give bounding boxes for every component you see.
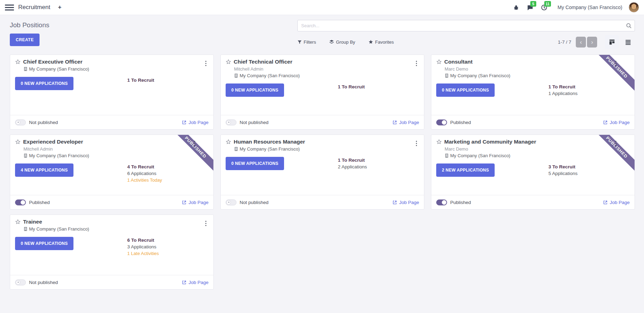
publish-status-label: Not published bbox=[240, 200, 269, 205]
new-applications-button[interactable]: 2 NEW APPLICATIONS bbox=[436, 163, 495, 177]
building-icon bbox=[23, 153, 28, 158]
company-name-text: My Company (San Francisco) bbox=[450, 153, 510, 158]
activities-count-badge: 11 bbox=[544, 1, 551, 7]
to-recruit-count[interactable]: 6 To Recruit bbox=[127, 238, 208, 243]
add-tab-button[interactable]: + bbox=[58, 4, 62, 11]
job-position-card[interactable]: PUBLISHED Experienced Developer Mitchell… bbox=[10, 134, 214, 210]
company-name-text: My Company (San Francisco) bbox=[29, 153, 89, 158]
new-applications-button[interactable]: 0 NEW APPLICATIONS bbox=[15, 237, 73, 250]
favorite-star-icon[interactable] bbox=[226, 59, 231, 65]
favorite-star-icon[interactable] bbox=[436, 139, 442, 145]
company-line: My Company (San Francisco) bbox=[445, 153, 630, 158]
manager-name: Marc Demo bbox=[445, 66, 630, 72]
job-page-link[interactable]: Job Page bbox=[392, 200, 419, 205]
job-page-link[interactable]: Job Page bbox=[182, 120, 208, 125]
applications-count[interactable]: 5 Applications bbox=[549, 171, 630, 176]
applications-count[interactable]: 3 Applications bbox=[127, 244, 208, 249]
new-applications-button[interactable]: 0 NEW APPLICATIONS bbox=[436, 83, 495, 97]
publish-toggle[interactable] bbox=[15, 119, 26, 125]
publish-toggle[interactable] bbox=[226, 199, 236, 205]
publish-toggle[interactable] bbox=[15, 199, 26, 205]
to-recruit-count[interactable]: 3 To Recruit bbox=[549, 164, 630, 169]
publish-status-label: Not published bbox=[29, 120, 58, 125]
job-position-card[interactable]: Trainee My Company (San Francisco) 0 NEW… bbox=[10, 214, 214, 290]
favorite-star-icon[interactable] bbox=[436, 59, 442, 65]
hamburger-menu-icon[interactable] bbox=[5, 3, 14, 12]
list-view-button[interactable] bbox=[621, 35, 635, 49]
job-position-card[interactable]: PUBLISHED Consultant Marc Demo My Compan… bbox=[431, 54, 635, 130]
new-applications-button[interactable]: 0 NEW APPLICATIONS bbox=[15, 77, 73, 90]
to-recruit-count[interactable]: 1 To Recruit bbox=[338, 84, 419, 89]
search-icon[interactable] bbox=[626, 23, 632, 30]
applications-count[interactable]: 6 Applications bbox=[127, 171, 208, 176]
new-applications-button[interactable]: 0 NEW APPLICATIONS bbox=[226, 157, 284, 170]
card-kebab-menu-icon[interactable] bbox=[203, 219, 209, 228]
create-button[interactable]: CREATE bbox=[10, 34, 40, 46]
favorite-star-icon[interactable] bbox=[15, 139, 21, 145]
publish-toggle[interactable] bbox=[436, 199, 447, 205]
job-page-link[interactable]: Job Page bbox=[392, 120, 419, 125]
company-name-text: My Company (San Francisco) bbox=[450, 73, 510, 78]
job-page-link[interactable]: Job Page bbox=[182, 200, 208, 205]
bug-icon bbox=[513, 5, 519, 10]
pager-prev-button[interactable]: ‹ bbox=[576, 37, 586, 48]
company-line: My Company (San Francisco) bbox=[23, 226, 208, 232]
building-icon bbox=[234, 147, 238, 151]
filters-button[interactable]: Filters bbox=[297, 39, 316, 45]
to-recruit-count[interactable]: 1 To Recruit bbox=[549, 84, 630, 89]
card-kebab-menu-icon[interactable] bbox=[203, 59, 209, 68]
job-position-card[interactable]: Chief Technical Officer Mitchell Admin M… bbox=[220, 54, 424, 130]
external-link-icon bbox=[182, 200, 186, 205]
company-name-text: My Company (San Francisco) bbox=[29, 66, 89, 72]
search-input[interactable] bbox=[297, 20, 635, 31]
activity-status[interactable]: 1 Activities Today bbox=[127, 177, 208, 183]
user-avatar[interactable] bbox=[629, 2, 639, 13]
to-recruit-count[interactable]: 1 To Recruit bbox=[127, 78, 208, 83]
new-applications-button[interactable]: 0 NEW APPLICATIONS bbox=[226, 83, 284, 97]
kanban-view-icon bbox=[609, 39, 615, 45]
new-applications-button[interactable]: 4 NEW APPLICATIONS bbox=[15, 163, 73, 177]
company-name-text: My Company (San Francisco) bbox=[240, 146, 300, 152]
publish-toggle[interactable] bbox=[226, 119, 236, 125]
favorites-button[interactable]: Favorites bbox=[368, 39, 394, 45]
favorite-star-icon[interactable] bbox=[226, 139, 231, 145]
layers-icon bbox=[329, 39, 334, 44]
job-page-link[interactable]: Job Page bbox=[603, 200, 630, 205]
job-position-card[interactable]: PUBLISHED Marketing and Community Manage… bbox=[431, 134, 635, 210]
activity-status[interactable]: 1 Late Activities bbox=[127, 251, 208, 256]
applications-count[interactable]: 1 Applications bbox=[549, 91, 630, 96]
card-kebab-menu-icon[interactable] bbox=[613, 59, 619, 68]
app-title[interactable]: Recruitment bbox=[18, 4, 50, 11]
messages-count-badge: 5 bbox=[530, 1, 536, 7]
card-footer: Published Job Page bbox=[431, 195, 635, 209]
job-position-card[interactable]: Chief Executive Officer My Company (San … bbox=[10, 54, 214, 130]
publish-toggle[interactable] bbox=[15, 279, 26, 285]
card-kebab-menu-icon[interactable] bbox=[613, 139, 619, 148]
job-position-card[interactable]: Human Resources Manager My Company (San … bbox=[220, 134, 424, 210]
debug-bug-icon[interactable] bbox=[511, 2, 522, 13]
publish-toggle[interactable] bbox=[436, 119, 447, 125]
building-icon bbox=[445, 73, 449, 78]
group-by-button[interactable]: Group By bbox=[329, 39, 355, 45]
job-page-link[interactable]: Job Page bbox=[182, 280, 208, 285]
pager-next-button[interactable]: › bbox=[587, 37, 597, 48]
to-recruit-count[interactable]: 4 To Recruit bbox=[127, 164, 208, 169]
company-switcher[interactable]: My Company (San Francisco) bbox=[558, 5, 622, 10]
building-icon bbox=[23, 227, 28, 231]
external-link-icon bbox=[392, 200, 397, 205]
job-page-link[interactable]: Job Page bbox=[603, 120, 630, 125]
favorite-star-icon[interactable] bbox=[15, 219, 21, 225]
kanban-view-button[interactable] bbox=[605, 35, 619, 49]
card-kebab-menu-icon[interactable] bbox=[414, 139, 419, 148]
applications-count[interactable]: 2 Applications bbox=[338, 164, 419, 169]
messages-button[interactable]: 5 bbox=[525, 2, 536, 13]
card-footer: Not published Job Page bbox=[221, 195, 424, 209]
favorite-star-icon[interactable] bbox=[15, 59, 21, 65]
activities-button[interactable]: 11 bbox=[539, 2, 550, 13]
job-positions-kanban: Chief Executive Officer My Company (San … bbox=[0, 52, 644, 290]
job-position-title: Chief Executive Officer bbox=[23, 59, 83, 65]
to-recruit-count[interactable]: 1 To Recruit bbox=[338, 158, 419, 163]
job-position-title: Human Resources Manager bbox=[234, 139, 305, 145]
card-kebab-menu-icon[interactable] bbox=[192, 139, 198, 148]
card-kebab-menu-icon[interactable] bbox=[414, 59, 419, 68]
